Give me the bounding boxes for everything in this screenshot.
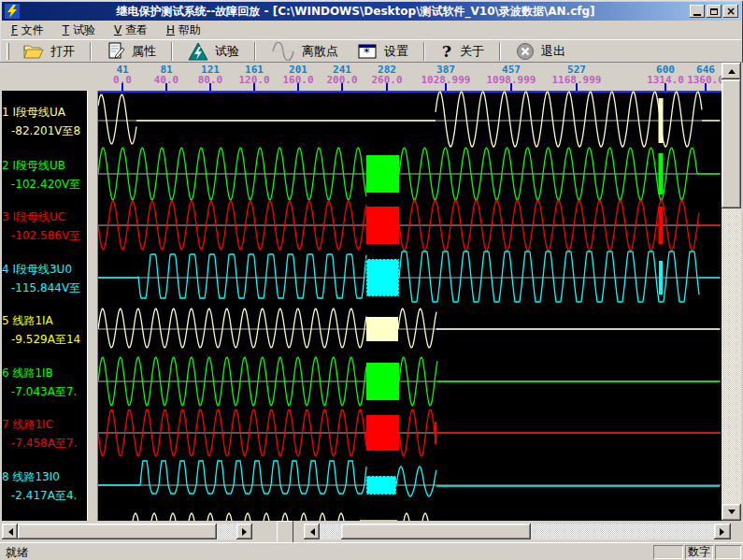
ruler-tick — [510, 83, 512, 91]
status-text: 就绪 — [6, 545, 28, 560]
scroll-down-button[interactable] — [722, 504, 741, 521]
ruler-tick — [576, 83, 578, 91]
channel-2-marker-block — [366, 155, 399, 193]
properties-icon — [107, 42, 125, 61]
channel-6-range: -7.043A至7. — [11, 385, 87, 398]
channel-4-waveform — [399, 251, 699, 302]
channel-5-waveform — [398, 309, 436, 348]
toolbar-separator — [423, 42, 425, 61]
vscroll-thumb[interactable] — [722, 79, 741, 208]
menu-item-view[interactable]: V 查看 — [105, 21, 157, 40]
ruler-tick — [664, 83, 666, 91]
label-scroll-left-button[interactable] — [2, 524, 18, 539]
channel-5-marker-block — [366, 317, 398, 341]
ruler-tick — [253, 83, 255, 91]
label-pane-hscrollbar[interactable] — [2, 524, 252, 539]
wave-scroll-left-button[interactable] — [304, 524, 320, 539]
channel-5-label: 5 线路1IA — [2, 314, 87, 327]
vertical-scrollbar[interactable] — [722, 63, 741, 521]
toolbar-grip[interactable] — [7, 43, 9, 60]
app-window: 继电保护测试系统--故障回放 - [C:\WINDOWS\Desktop\测试软… — [0, 0, 743, 560]
toolbar-button-open[interactable]: 打开 — [14, 41, 84, 62]
channel-8-range: -2.417A至4. — [11, 489, 87, 502]
toolbar-button-label: 离散点 — [302, 43, 338, 60]
waveform-hscrollbar[interactable] — [304, 524, 731, 539]
minimize-icon — [693, 14, 701, 16]
close-icon: × — [726, 6, 736, 17]
toolbar: 打开属性试验离散点*设置?关于退出 — [2, 39, 741, 62]
waveform-canvas[interactable] — [98, 91, 722, 521]
wave-hscroll-track-right[interactable] — [531, 524, 714, 539]
toolbar-button-exit[interactable]: 退出 — [507, 41, 575, 62]
title-bar[interactable]: 继电保护测试系统--故障回放 - [C:\WINDOWS\Desktop\测试软… — [2, 2, 741, 21]
ruler-tick — [386, 83, 388, 91]
arrow-left-icon — [307, 528, 315, 536]
minimize-button[interactable] — [690, 5, 705, 18]
channel-4-marker-block — [366, 259, 399, 296]
channel-3-event-bar — [659, 207, 664, 244]
label-hscroll-track[interactable] — [217, 524, 236, 539]
ruler-tick — [165, 83, 167, 91]
restore-icon — [710, 8, 718, 15]
arrow-left-icon — [5, 528, 13, 536]
wave-scroll-right-button[interactable] — [714, 524, 731, 539]
ruler-tick — [297, 83, 299, 91]
channel-6-label: 6 线路1IB — [2, 366, 87, 380]
toolbar-separator — [499, 42, 501, 61]
channel-4-range: -115.844V至 — [11, 281, 87, 294]
toolbar-separator — [254, 42, 256, 61]
ruler-tick — [705, 83, 707, 91]
menu-bar: F 文件T 试验V 查看H 帮助 — [2, 21, 741, 39]
toolbar-button-label: 设置 — [384, 43, 408, 60]
label-scroll-right-button[interactable] — [236, 524, 252, 539]
toolbar-button-label: 关于 — [460, 43, 484, 60]
channel-2-range: -102.420V至 — [11, 178, 87, 191]
channel-label-pane: 1 Ⅰ段母线UA-82.201V至82 Ⅰ段母线UB-102.420V至3 Ⅰ段… — [2, 91, 87, 521]
waveform-pane[interactable] — [98, 91, 722, 521]
discrete-points-icon — [271, 42, 295, 61]
exit-icon — [516, 42, 535, 61]
timeline-ruler: 410.08140.012180.0161120.0201160.0241200… — [2, 63, 722, 91]
vscroll-track[interactable] — [722, 208, 741, 504]
channel-4-event-bar — [659, 261, 663, 294]
channel-7-range: -7.458A至7. — [11, 437, 87, 450]
channel-3-range: -102.586V至 — [11, 229, 87, 242]
toolbar-button-test[interactable]: 试验 — [179, 41, 249, 62]
wave-hscroll-thumb[interactable] — [341, 524, 531, 539]
channel-1-waveform — [98, 94, 136, 144]
ruler-tick — [121, 83, 123, 91]
channel-3-label: 3 Ⅰ段母线UC — [2, 210, 87, 223]
toolbar-button-about[interactable]: ?关于 — [431, 41, 493, 62]
arrow-down-icon — [728, 510, 736, 518]
ruler-tick — [445, 83, 447, 91]
menu-item-help[interactable]: H 帮助 — [157, 21, 210, 40]
close-button[interactable]: × — [723, 5, 738, 18]
arrow-right-icon — [242, 528, 250, 536]
menu-item-test[interactable]: T 试验 — [53, 21, 105, 40]
restore-button[interactable] — [707, 5, 722, 18]
app-icon — [5, 4, 20, 19]
channel-9-waveform — [402, 513, 428, 521]
arrow-up-icon — [728, 65, 736, 74]
status-cell-empty-2 — [715, 545, 741, 559]
pane-divider[interactable] — [87, 91, 98, 521]
status-cell-empty-1 — [653, 545, 683, 559]
toolbar-button-label: 属性 — [132, 43, 156, 60]
toolbar-separator — [171, 42, 173, 61]
scroll-up-button[interactable] — [722, 63, 741, 79]
arrow-right-icon — [720, 528, 728, 536]
menu-item-file[interactable]: F 文件 — [2, 21, 53, 40]
label-hscroll-thumb[interactable] — [18, 524, 217, 539]
channel-8-label: 8 线路13I0 — [2, 470, 87, 483]
channel-8-waveform — [140, 461, 366, 494]
channel-3-marker-block — [366, 207, 399, 244]
settings-icon: * — [357, 42, 378, 61]
channel-4-label: 4 Ⅰ段母线3U0 — [2, 263, 87, 276]
toolbar-button-properties[interactable]: 属性 — [97, 41, 165, 62]
svg-text:*: * — [364, 45, 370, 59]
scrollbar-splitter[interactable] — [277, 521, 293, 543]
toolbar-button-settings[interactable]: *设置 — [348, 41, 418, 62]
toolbar-button-discrete[interactable]: 离散点 — [262, 41, 348, 62]
status-bar: 就绪 数字 — [0, 542, 743, 560]
wave-hscroll-track-left[interactable] — [320, 524, 341, 539]
